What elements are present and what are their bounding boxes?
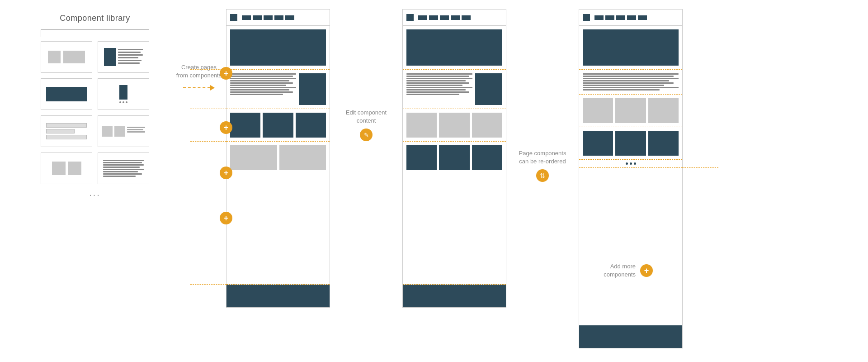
dashed-line <box>183 87 210 88</box>
card-2-content <box>104 48 143 66</box>
add-more-button[interactable]: + <box>640 264 653 277</box>
library-card-1[interactable] <box>41 41 92 73</box>
text-line <box>118 62 140 64</box>
wf-text-line <box>406 73 472 75</box>
wf2-image-block <box>475 73 502 105</box>
wf3-lorem-section <box>579 70 682 94</box>
dashed-ext <box>190 284 226 285</box>
add-section-1-button[interactable]: + <box>220 67 232 80</box>
wf3-section-three-cols <box>579 95 682 127</box>
wireframe-page-1 <box>226 9 330 308</box>
wf3-dark-cols <box>579 127 682 159</box>
card-2-text-lines <box>118 49 143 64</box>
dashed-ext <box>190 109 226 109</box>
pagination-dot <box>630 162 632 165</box>
wf-text-line <box>406 87 472 88</box>
wf1-text-block <box>230 73 296 95</box>
library-card-2[interactable] <box>98 41 149 73</box>
add-section-3-button[interactable]: + <box>220 167 232 179</box>
plus-btn-4-wrapper: + <box>220 212 232 224</box>
library-card-7[interactable] <box>41 152 92 184</box>
text-line <box>127 127 145 128</box>
wf1-col-block <box>263 113 293 138</box>
wf3-section-hero <box>579 26 682 70</box>
lorem-line <box>103 162 142 163</box>
add-section-2-button[interactable]: + <box>220 121 232 134</box>
wf3-three-cols <box>579 95 682 127</box>
wf-text-line <box>230 85 286 86</box>
wf3-pagination <box>579 160 682 167</box>
card-6-img <box>102 126 113 137</box>
plus-btn-3-wrapper: + <box>220 167 232 179</box>
card-6-img <box>114 126 125 137</box>
wf1-footer <box>226 285 330 307</box>
library-card-6[interactable] <box>98 115 149 147</box>
nav-block <box>616 15 625 20</box>
wf-text-line <box>230 94 283 95</box>
wf2-col-dark <box>439 145 469 170</box>
card-8-content <box>103 160 144 177</box>
wf-text-line <box>583 73 679 75</box>
wf3-col-light <box>648 98 679 123</box>
wf-text-line <box>406 80 466 81</box>
nav-block <box>638 15 647 20</box>
library-card-8[interactable] <box>98 152 149 184</box>
wf-text-line <box>230 91 293 93</box>
wf-text-line <box>583 89 660 90</box>
create-pages-arrow-section: Create pagesfrom components <box>172 63 226 90</box>
pagination-dot <box>626 162 628 165</box>
card-2-dark-rect <box>104 48 116 66</box>
between-1-2: Edit componentcontent ✎ <box>330 9 402 141</box>
wf-text-line <box>230 89 289 90</box>
wf2-hero-image <box>406 29 502 66</box>
wf3-col-dark <box>583 131 613 156</box>
form-line <box>46 129 75 133</box>
wf-nav-blocks <box>242 15 294 20</box>
wf2-text-block <box>406 73 472 95</box>
reorder-label: Page componentscan be re-ordered <box>519 149 566 166</box>
library-card-5[interactable] <box>41 115 92 147</box>
wireframes-section: + + + + Edit componentcontent ✎ <box>226 9 850 348</box>
wf3-text-block <box>583 73 679 90</box>
wf3-col-dark <box>648 131 679 156</box>
card-7-content <box>52 162 81 175</box>
wf1-col-block <box>230 113 260 138</box>
edit-content-label: Edit componentcontent <box>346 109 387 125</box>
wf1-col-light <box>279 145 326 170</box>
library-card-4[interactable] <box>98 78 149 110</box>
text-line <box>118 57 138 58</box>
wireframe1-group: + + + + <box>226 9 330 308</box>
card-6-text <box>127 127 145 133</box>
wf1-header <box>226 10 330 26</box>
library-ellipsis: ... <box>89 188 101 198</box>
wf3-footer <box>579 325 682 348</box>
wf1-three-cols <box>226 109 330 141</box>
wf3-section-pagination <box>579 160 682 168</box>
wf-text-line <box>406 94 459 95</box>
library-title: Component library <box>60 14 130 23</box>
reorder-button[interactable]: ⇅ <box>536 169 549 182</box>
edit-content-button[interactable]: ✎ <box>360 129 373 141</box>
wf1-section-hero <box>226 26 330 70</box>
wireframe3-group: Add morecomponents + <box>579 9 683 348</box>
wf-nav-blocks <box>418 15 471 20</box>
nav-block <box>462 15 471 20</box>
dashed-ext <box>190 141 226 142</box>
wf-text-line <box>406 91 469 93</box>
lorem-line <box>103 164 144 166</box>
wf-text-line <box>583 76 674 77</box>
add-section-4-button[interactable]: + <box>220 212 232 224</box>
wf1-two-cols <box>226 142 330 174</box>
wf3-header <box>579 10 682 26</box>
wf-nav-blocks <box>594 15 647 20</box>
library-panel: Component library <box>18 9 172 198</box>
text-line <box>127 129 143 130</box>
wireframe-page-2 <box>402 9 506 308</box>
wf2-text-section <box>403 70 506 109</box>
nav-block <box>605 15 614 20</box>
lorem-line <box>103 171 138 172</box>
text-line <box>118 52 141 53</box>
lorem-line <box>103 169 144 170</box>
library-card-3[interactable] <box>41 78 92 110</box>
gray-block-lg <box>63 51 85 63</box>
